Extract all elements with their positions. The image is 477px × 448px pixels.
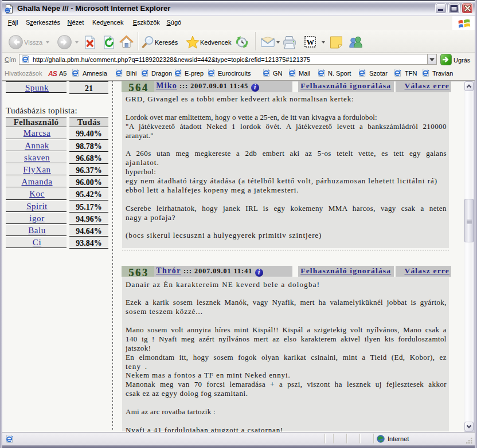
svg-text:W: W — [306, 38, 314, 46]
